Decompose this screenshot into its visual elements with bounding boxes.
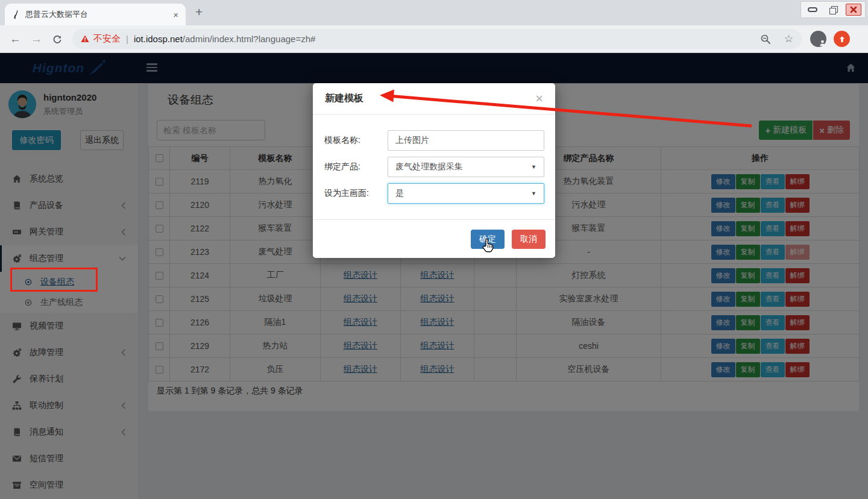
main-screen-select[interactable]: 是 ▼ — [388, 183, 544, 204]
not-secure-warning-icon — [81, 35, 89, 43]
url-field[interactable]: 不安全 | iot.idosp.net /admin/index.html?la… — [72, 29, 802, 49]
url-host: iot.idosp.net — [134, 34, 183, 44]
favicon-icon — [12, 10, 20, 19]
chevron-down-icon: ▼ — [531, 190, 536, 196]
browser-tab[interactable]: 思普云大数据平台 × — [5, 4, 186, 25]
template-name-input[interactable] — [388, 130, 544, 151]
modal-close-icon[interactable]: × — [535, 92, 543, 105]
zoom-out-icon[interactable] — [760, 34, 771, 45]
confirm-button[interactable]: 确定 — [471, 230, 505, 249]
bind-product-value: 废气处理数据采集 — [395, 162, 463, 172]
main-screen-value: 是 — [395, 188, 404, 199]
cancel-button[interactable]: 取消 — [512, 230, 546, 249]
new-tab-button[interactable]: + — [195, 5, 203, 19]
url-path: /admin/index.html?language=zh# — [183, 34, 316, 44]
app-window: Hignton hignton2020 系统管理员 修改密码 退出系统 系统总览… — [0, 53, 868, 499]
bind-product-label: 绑定产品: — [324, 162, 388, 172]
template-name-label: 模板名称: — [324, 135, 388, 146]
bookmark-star-icon[interactable]: ☆ — [784, 33, 793, 45]
back-icon[interactable]: ← — [10, 33, 21, 46]
url-separator: | — [126, 34, 128, 44]
main-screen-label: 设为主画面: — [324, 188, 388, 199]
window-controls — [800, 1, 866, 18]
new-template-modal: 新建模板 × 模板名称: 绑定产品: 废气处理数据采集 ▼ 设为主画面: 是 ▼ — [313, 83, 555, 258]
tab-close-icon[interactable]: × — [173, 10, 178, 20]
close-x-icon — [850, 6, 857, 13]
browser-profile-icon[interactable] — [810, 31, 826, 47]
restore-button[interactable] — [825, 4, 841, 16]
tab-strip: 思普云大数据平台 × + — [0, 0, 868, 25]
modal-title: 新建模板 — [325, 92, 363, 105]
minimize-button[interactable] — [805, 4, 820, 16]
bind-product-select[interactable]: 废气处理数据采集 ▼ — [388, 157, 544, 177]
chevron-down-icon: ▼ — [531, 164, 536, 170]
browser-chrome: 思普云大数据平台 × + ← → 不安全 | iot.idosp.net /ad… — [0, 0, 868, 53]
not-secure-label: 不安全 — [93, 33, 121, 45]
url-bar: ← → 不安全 | iot.idosp.net /admin/index.htm… — [0, 25, 868, 53]
tab-title: 思普云大数据平台 — [25, 9, 88, 20]
browser-update-icon[interactable] — [834, 31, 850, 47]
close-button[interactable] — [846, 4, 861, 16]
reload-icon[interactable] — [52, 34, 63, 45]
forward-icon[interactable]: → — [31, 33, 42, 46]
